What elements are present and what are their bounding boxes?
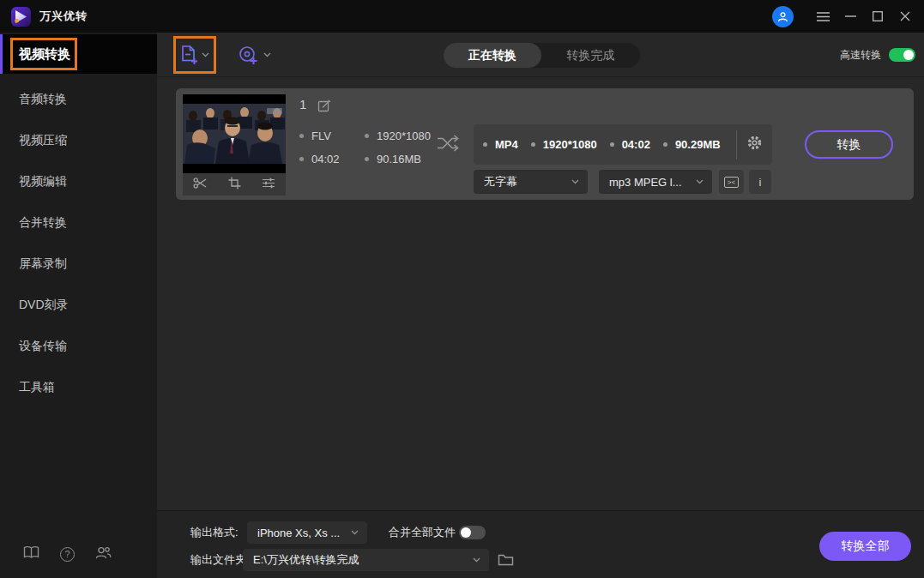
add-file-icon <box>180 45 198 65</box>
high-speed-toggle[interactable] <box>889 48 915 62</box>
video-thumbnail <box>183 94 286 173</box>
sidebar: 视频转换 音频转换 视频压缩 视频编辑 合并转换 屏幕录制 DVD刻录 设备传输… <box>0 33 157 578</box>
info-button[interactable]: i <box>749 170 771 194</box>
crop-icon[interactable] <box>228 177 241 193</box>
bottom-bar: 输出格式: iPhone Xs, Xs ... 合并全部文件 输出文件夹: E:… <box>157 510 924 578</box>
toolbar: 正在转换 转换完成 高速转换 <box>157 33 924 77</box>
source-size: 90.16MB <box>365 153 421 166</box>
community-icon[interactable] <box>95 546 112 563</box>
effects-sliders-icon[interactable] <box>262 177 275 193</box>
divider <box>736 130 737 160</box>
target-duration: 04:02 <box>610 138 650 151</box>
chevron-down-icon <box>571 179 579 184</box>
target-settings-box: MP4 1920*1080 04:02 90.29MB <box>474 124 772 165</box>
chevron-down-icon <box>202 52 209 57</box>
sidebar-footer: ? <box>23 545 112 563</box>
chevron-down-icon <box>351 530 359 535</box>
output-format-value: iPhone Xs, Xs ... <box>257 527 340 539</box>
convert-direction-icon <box>436 133 460 157</box>
user-icon <box>777 11 788 22</box>
collapse-horizontal-button[interactable]: >< <box>719 170 744 194</box>
output-format-dropdown[interactable]: iPhone Xs, Xs ... <box>247 521 367 544</box>
convert-button[interactable]: 转换 <box>805 130 893 159</box>
app-title: 万兴优转 <box>39 9 88 24</box>
subtitle-value: 无字幕 <box>484 174 517 190</box>
high-speed-group: 高速转换 <box>840 33 915 77</box>
sidebar-item-video-compress[interactable]: 视频压缩 <box>0 119 157 160</box>
sidebar-list: 音频转换 视频压缩 视频编辑 合并转换 屏幕录制 DVD刻录 设备传输 工具箱 <box>0 78 157 407</box>
sidebar-item-toolbox[interactable]: 工具箱 <box>0 366 157 407</box>
task-row: 1 FLV 1920*1080 04:02 90.16MB MP4 1920 <box>176 88 914 200</box>
info-icon: i <box>759 176 762 189</box>
output-format-label: 输出格式: <box>190 521 239 544</box>
thumbnail-toolbar <box>183 173 286 196</box>
convert-tabs: 正在转换 转换完成 <box>444 43 640 68</box>
target-format: MP4 <box>483 138 518 151</box>
sidebar-item-merge-convert[interactable]: 合并转换 <box>0 202 157 243</box>
chevron-down-icon <box>696 179 704 184</box>
app-logo <box>11 7 31 27</box>
sidebar-item-video-convert[interactable]: 视频转换 <box>0 34 157 74</box>
thumbnail-column <box>183 94 286 196</box>
minimize-icon[interactable] <box>836 0 864 33</box>
main-area: 正在转换 转换完成 高速转换 <box>157 33 924 578</box>
toggle-knob <box>903 50 914 60</box>
sidebar-item-video-edit[interactable]: 视频编辑 <box>0 160 157 202</box>
close-icon[interactable] <box>891 0 919 33</box>
sidebar-item-device-transfer[interactable]: 设备传输 <box>0 325 157 366</box>
thumbnail-image <box>183 104 286 164</box>
audio-track-dropdown[interactable]: mp3 MPEG l... <box>599 170 712 194</box>
source-format: FLV <box>299 129 365 142</box>
toggle-knob <box>461 527 471 538</box>
add-disc-button[interactable] <box>231 39 278 70</box>
open-folder-icon[interactable] <box>498 552 514 569</box>
account-avatar[interactable] <box>772 6 794 27</box>
guide-book-icon[interactable] <box>23 545 39 563</box>
add-disc-icon <box>238 45 258 65</box>
target-resolution: 1920*1080 <box>531 138 597 151</box>
audio-value: mp3 MPEG l... <box>609 176 682 189</box>
rename-edit-icon[interactable] <box>317 99 331 116</box>
convert-all-button[interactable]: 转换全部 <box>819 532 911 561</box>
task-index: 1 <box>299 97 306 111</box>
sidebar-item-screen-record[interactable]: 屏幕录制 <box>0 243 157 284</box>
gear-settings-icon[interactable] <box>746 135 763 154</box>
add-file-button[interactable] <box>173 36 216 74</box>
sidebar-item-label: 视频转换 <box>19 34 70 74</box>
chevron-down-icon <box>473 557 480 563</box>
tab-finished[interactable]: 转换完成 <box>541 43 640 68</box>
hamburger-menu-icon[interactable] <box>809 0 836 33</box>
sidebar-item-audio-convert[interactable]: 音频转换 <box>0 78 157 119</box>
collapse-horizontal-icon: >< <box>724 177 739 188</box>
chevron-down-icon <box>263 52 271 57</box>
sidebar-item-dvd-burn[interactable]: DVD刻录 <box>0 284 157 325</box>
subtitle-dropdown[interactable]: 无字幕 <box>474 170 588 194</box>
high-speed-label: 高速转换 <box>840 48 881 63</box>
help-icon[interactable]: ? <box>60 547 75 562</box>
app-window: 万兴优转 视频转换 <box>0 0 924 578</box>
source-resolution: 1920*1080 <box>365 129 431 142</box>
output-folder-label: 输出文件夹: <box>190 549 250 571</box>
output-folder-dropdown[interactable]: E:\万兴优转\转换完成 <box>243 549 489 571</box>
source-duration: 04:02 <box>299 153 365 166</box>
merge-all-label: 合并全部文件 <box>389 521 456 544</box>
tab-converting[interactable]: 正在转换 <box>444 43 541 68</box>
source-info: FLV 1920*1080 04:02 90.16MB <box>299 124 431 171</box>
play-logo-icon <box>15 9 27 24</box>
maximize-icon[interactable] <box>864 0 891 33</box>
titlebar: 万兴优转 <box>0 0 924 33</box>
trim-scissors-icon[interactable] <box>193 177 208 193</box>
merge-all-toggle[interactable] <box>459 526 486 539</box>
output-folder-value: E:\万兴优转\转换完成 <box>253 552 359 568</box>
target-size: 90.29MB <box>663 138 721 151</box>
